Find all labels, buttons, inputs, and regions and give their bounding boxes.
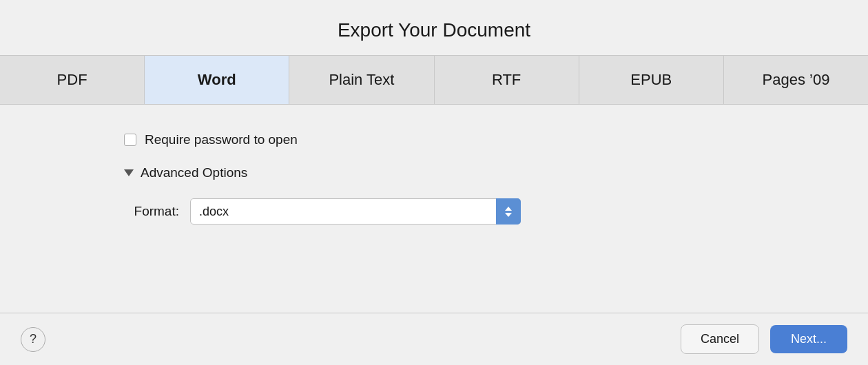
format-select-wrapper: .docx .doc xyxy=(190,198,521,225)
tab-rtf[interactable]: RTF xyxy=(435,56,579,104)
tab-pdf[interactable]: PDF xyxy=(0,56,145,104)
advanced-options-triangle-icon xyxy=(124,169,134,176)
password-checkbox[interactable] xyxy=(124,134,136,146)
dialog-title: Export Your Document xyxy=(0,0,868,55)
tab-pages09[interactable]: Pages ’09 xyxy=(724,56,868,104)
format-select[interactable]: .docx .doc xyxy=(190,198,521,225)
advanced-options-row[interactable]: Advanced Options xyxy=(124,165,744,180)
tab-epub[interactable]: EPUB xyxy=(579,56,724,104)
format-label: Format: xyxy=(124,204,179,219)
next-button[interactable]: Next... xyxy=(770,325,847,353)
content-area: Require password to open Advanced Option… xyxy=(0,105,868,313)
advanced-options-label: Advanced Options xyxy=(141,165,247,180)
bottom-bar: ? Cancel Next... xyxy=(0,313,868,365)
cancel-button[interactable]: Cancel xyxy=(681,324,759,354)
bottom-right-buttons: Cancel Next... xyxy=(681,324,847,354)
export-dialog: Export Your Document PDF Word Plain Text… xyxy=(0,0,868,365)
tab-plain-text[interactable]: Plain Text xyxy=(289,56,434,104)
password-checkbox-label: Require password to open xyxy=(145,132,298,147)
format-row: Format: .docx .doc xyxy=(124,198,744,225)
help-button[interactable]: ? xyxy=(21,327,45,352)
tabs-bar: PDF Word Plain Text RTF EPUB Pages ’09 xyxy=(0,55,868,105)
tab-word[interactable]: Word xyxy=(145,56,289,104)
password-checkbox-row: Require password to open xyxy=(124,132,744,147)
